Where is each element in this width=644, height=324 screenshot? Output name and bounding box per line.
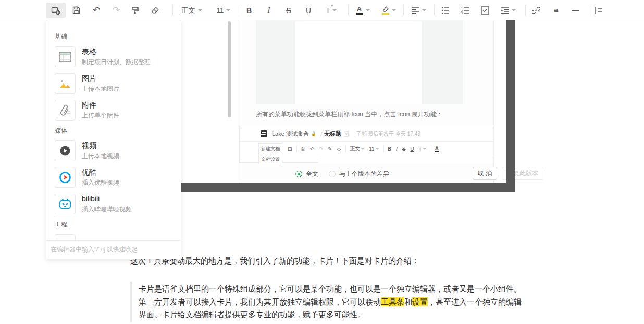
mini-editor-screenshot: Lake 测试集合 🔒 / 无标题 ▾ 子潮 最后更改于 今天 17:43 ⊞ … bbox=[239, 126, 493, 163]
slash-hint-text: 在编辑器中输入“/”可以快速唤起 bbox=[51, 245, 138, 254]
italic-icon: I bbox=[268, 6, 270, 15]
blockquote-text: 和 bbox=[404, 297, 412, 306]
redo-icon: ↷ bbox=[113, 5, 120, 16]
outline-button[interactable] bbox=[589, 3, 609, 18]
embedded-screenshot-image[interactable]: 所有的菜单功能收拢到菜单栏顶部 Icon 当中，点击 Icon 展开功能： La… bbox=[181, 20, 515, 192]
indent-icon bbox=[501, 7, 509, 14]
insert-card-icon: ⊞ bbox=[288, 146, 292, 152]
lock-icon: 🔒 bbox=[311, 131, 316, 136]
bilibili-icon bbox=[55, 194, 76, 214]
quote-button[interactable]: ❝ bbox=[546, 3, 566, 18]
insert-menu-body: 基础 表格 制定项目计划、数据整理 bbox=[46, 20, 181, 240]
paragraph-style-dropdown[interactable]: 正文 bbox=[177, 3, 206, 18]
menu-item-title: 优酷 bbox=[82, 167, 119, 177]
insert-menu: 基础 表格 制定项目计划、数据整理 bbox=[46, 20, 181, 259]
version-preview-area bbox=[256, 20, 463, 104]
lake-editor-app: ↶ ↷ 正文 11 B bbox=[0, 0, 644, 324]
mini-editor-page bbox=[318, 157, 493, 163]
highlight-color-dropdown[interactable] bbox=[376, 3, 401, 18]
chevron-down-icon bbox=[226, 9, 230, 11]
menu-item-video[interactable]: 视频 上传本地视频 bbox=[55, 140, 181, 161]
menu-item-image[interactable]: 图片 上传本地图片 bbox=[55, 73, 181, 94]
horizontal-rule-icon bbox=[572, 10, 579, 11]
ordered-list-button[interactable]: 1 2 3 bbox=[455, 3, 475, 18]
paragraph-style-label: 正文 bbox=[350, 145, 364, 152]
bullet-list-button[interactable] bbox=[436, 3, 455, 18]
insert-card-icon bbox=[51, 6, 60, 15]
cancel-button[interactable]: 取 消 bbox=[473, 167, 497, 180]
menu-section-basics: 基础 bbox=[55, 32, 181, 41]
chevron-down-icon: ▾ bbox=[344, 131, 349, 137]
attachment-icon bbox=[55, 100, 76, 121]
align-dropdown[interactable] bbox=[405, 3, 431, 18]
menu-item-attachment[interactable]: 附件 上传单个附件 bbox=[55, 100, 181, 121]
clear-format-button[interactable] bbox=[145, 3, 165, 18]
screenshot-caption-text: 所有的菜单功能收拢到菜单栏顶部 Icon 当中，点击 Icon 展开功能： bbox=[256, 110, 443, 119]
mini-editor-menu: 新建文档 文档设置 bbox=[258, 143, 282, 164]
menu-item-doc-settings: 文档设置 bbox=[259, 154, 282, 164]
link-button[interactable] bbox=[526, 3, 546, 18]
menu-item-desc: 插入优酷视频 bbox=[82, 178, 119, 187]
eraser-icon: ◇ bbox=[337, 146, 341, 152]
font-color-dropdown[interactable]: A bbox=[350, 3, 375, 18]
menu-item-youku[interactable]: 优酷 插入优酷视频 bbox=[55, 167, 181, 188]
toolbar-divider bbox=[588, 5, 588, 16]
menu-item-desc: 上传单个附件 bbox=[82, 111, 119, 120]
radio-full-text[interactable] bbox=[295, 171, 302, 177]
toolbar-divider bbox=[348, 5, 349, 16]
underline-button[interactable]: U bbox=[299, 3, 318, 18]
eraser-icon bbox=[151, 6, 160, 15]
format-painter-button[interactable] bbox=[126, 3, 145, 18]
youku-icon bbox=[55, 167, 76, 188]
toolbar-divider bbox=[525, 5, 526, 16]
more-text-style-dropdown[interactable]: T bbox=[318, 3, 344, 18]
font-size-value: 11 bbox=[369, 146, 378, 152]
menu-item-new-doc: 新建文档 bbox=[259, 144, 282, 154]
mini-doc-title: 无标题 bbox=[324, 130, 341, 138]
indent-dropdown[interactable] bbox=[495, 3, 521, 18]
radio-diff[interactable] bbox=[329, 171, 336, 177]
screenshot-frame bbox=[181, 183, 515, 192]
redo-button[interactable]: ↷ bbox=[106, 3, 126, 18]
quote-icon: ❝ bbox=[553, 6, 559, 15]
radio-diff-label: 与上个版本的差异 bbox=[339, 170, 389, 178]
toolbar-divider bbox=[65, 5, 65, 16]
menu-item-code-block[interactable]: 代码块 bbox=[55, 234, 181, 240]
undo-icon: ↶ bbox=[309, 146, 314, 152]
insert-menu-footer: 在编辑器中输入“/”可以快速唤起 bbox=[46, 240, 181, 259]
task-list-button[interactable] bbox=[475, 3, 495, 18]
menu-item-title: 图片 bbox=[82, 74, 119, 83]
scrollbar[interactable] bbox=[228, 21, 231, 117]
menu-item-desc: 插入哔哩哔哩视频 bbox=[82, 205, 132, 214]
superscript-icon: T bbox=[419, 146, 426, 152]
undo-button[interactable]: ↶ bbox=[86, 3, 106, 18]
font-size-dropdown[interactable]: 11 bbox=[212, 3, 236, 18]
chevron-down-icon bbox=[512, 9, 516, 11]
breadcrumb-separator: / bbox=[320, 131, 322, 137]
checkbox-icon bbox=[481, 6, 489, 15]
paragraph-style-label: 正文 bbox=[182, 6, 195, 15]
bullet-list-icon bbox=[441, 7, 450, 14]
horizontal-rule-button[interactable] bbox=[566, 3, 586, 18]
version-preview-page bbox=[295, 21, 422, 104]
lake-logo-icon bbox=[261, 130, 267, 137]
chevron-down-icon bbox=[332, 9, 337, 11]
bold-button[interactable]: B bbox=[239, 3, 259, 18]
outline-icon bbox=[595, 7, 603, 14]
menu-section-media: 媒体 bbox=[55, 126, 181, 135]
mini-editor-header: Lake 测试集合 🔒 / 无标题 ▾ 子潮 最后更改于 今天 17:43 bbox=[240, 126, 493, 141]
chevron-down-icon bbox=[366, 9, 370, 11]
strikethrough-button[interactable]: S bbox=[279, 3, 299, 18]
insert-button[interactable] bbox=[46, 3, 66, 18]
document-blockquote[interactable]: 卡片是语雀文档里的一个特殊组成部分，它可以是某个功能，也可以是一个独立编辑器，或… bbox=[130, 282, 525, 322]
save-button[interactable] bbox=[66, 3, 86, 18]
underline-icon: U bbox=[306, 6, 311, 15]
italic-button[interactable]: I bbox=[259, 3, 279, 18]
menu-item-bilibili[interactable]: bilibili 插入哔哩哔哩视频 bbox=[55, 194, 181, 214]
image-icon bbox=[55, 73, 76, 94]
toolbar-divider bbox=[403, 5, 404, 16]
menu-item-table[interactable]: 表格 制定项目计划、数据整理 bbox=[55, 46, 181, 67]
menu-item-title: 表格 bbox=[82, 47, 151, 56]
link-icon bbox=[532, 6, 540, 15]
document-paragraph[interactable]: 这次工具条变动最大的地方是，我们引入了新的功能，卡片！下面是对卡片的介绍： bbox=[130, 255, 527, 266]
